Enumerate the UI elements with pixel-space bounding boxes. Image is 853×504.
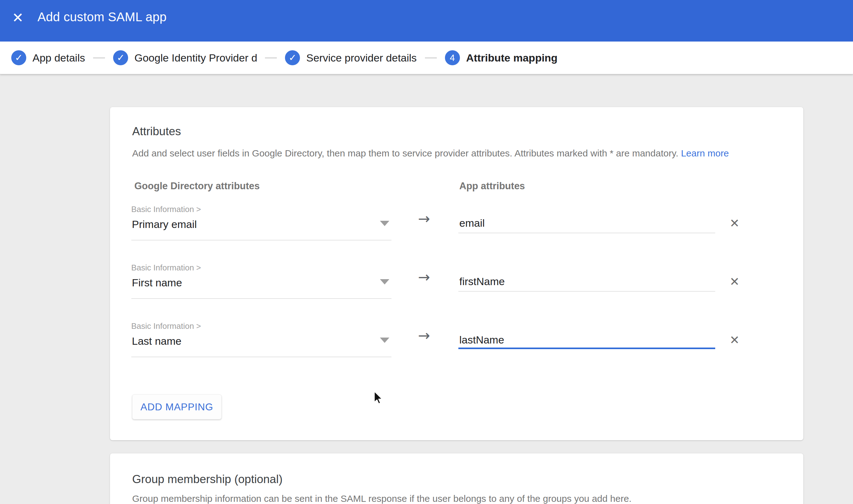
check-icon: ✓ bbox=[289, 53, 297, 62]
check-icon: ✓ bbox=[117, 53, 125, 62]
attribute-mapping-row: Basic Information > First name → firstNa… bbox=[0, 263, 853, 321]
group-membership-title: Group membership (optional) bbox=[132, 473, 282, 486]
remove-mapping-icon[interactable]: ✕ bbox=[727, 332, 742, 347]
attributes-card-title: Attributes bbox=[132, 125, 181, 138]
description-text: Add and select user fields in Google Dir… bbox=[132, 148, 678, 158]
step-separator bbox=[425, 57, 437, 58]
step-separator bbox=[265, 57, 277, 58]
arrow-right-icon: → bbox=[418, 270, 430, 284]
directory-attribute-select-value: First name bbox=[132, 277, 182, 289]
remove-mapping-icon[interactable]: ✕ bbox=[727, 274, 742, 289]
app-attributes-header: App attributes bbox=[459, 180, 525, 192]
dialog-title: Add custom SAML app bbox=[37, 10, 167, 24]
arrow-right-icon: → bbox=[418, 211, 430, 226]
add-mapping-button[interactable]: ADD MAPPING bbox=[132, 394, 222, 419]
chevron-down-icon[interactable] bbox=[380, 221, 389, 226]
step-separator bbox=[93, 57, 105, 58]
arrow-right-icon: → bbox=[418, 328, 430, 343]
directory-attribute-select-value: Last name bbox=[132, 335, 181, 347]
app-attribute-input-underline bbox=[458, 233, 715, 233]
wizard-step-2[interactable]: ✓ Google Identity Provider details bbox=[113, 50, 257, 65]
step-label: Google Identity Provider details bbox=[134, 52, 257, 64]
wizard-step-3[interactable]: ✓ Service provider details bbox=[285, 50, 417, 65]
check-icon: ✓ bbox=[15, 53, 22, 62]
directory-attribute-select-value: Primary email bbox=[132, 218, 197, 231]
dialog-header: ✕ Add custom SAML app bbox=[0, 0, 853, 41]
directory-attribute-select[interactable] bbox=[131, 357, 391, 357]
step-label: Service provider details bbox=[306, 52, 417, 64]
step-label: App details bbox=[33, 52, 85, 64]
directory-attribute-select[interactable] bbox=[131, 298, 391, 299]
step-label: Attribute mapping bbox=[466, 52, 558, 64]
app-attribute-input-value[interactable]: firstName bbox=[459, 275, 505, 288]
chevron-down-icon[interactable] bbox=[380, 279, 389, 285]
google-directory-attributes-header: Google Directory attributes bbox=[134, 180, 260, 192]
close-icon[interactable]: ✕ bbox=[10, 10, 25, 25]
directory-category-label: Basic Information > bbox=[131, 263, 201, 273]
step-status-circle: ✓ bbox=[285, 50, 300, 65]
attribute-mapping-row: Basic Information > Last name → lastName… bbox=[0, 321, 853, 380]
wizard-stepper: ✓ App details ✓ Google Identity Provider… bbox=[0, 41, 853, 74]
wizard-step-1[interactable]: ✓ App details bbox=[11, 50, 85, 65]
directory-attribute-select[interactable] bbox=[131, 240, 391, 240]
step-status-circle: ✓ bbox=[113, 50, 128, 65]
learn-more-link[interactable]: Learn more bbox=[681, 148, 729, 158]
app-attribute-input-underline bbox=[458, 291, 715, 292]
app-attribute-input-value[interactable]: email bbox=[459, 217, 485, 229]
attributes-card-description: Add and select user fields in Google Dir… bbox=[132, 148, 729, 159]
step-number: 4 bbox=[450, 53, 455, 62]
step-status-circle: ✓ bbox=[11, 50, 26, 65]
wizard-step-4[interactable]: 4 Attribute mapping bbox=[445, 50, 558, 65]
directory-category-label: Basic Information > bbox=[131, 321, 201, 331]
group-membership-description: Group membership information can be sent… bbox=[132, 493, 631, 504]
step-status-circle: 4 bbox=[445, 50, 460, 65]
directory-category-label: Basic Information > bbox=[131, 204, 201, 214]
remove-mapping-icon[interactable]: ✕ bbox=[727, 216, 742, 231]
app-attribute-input-underline bbox=[458, 347, 715, 349]
group-membership-card: Group membership (optional) Group member… bbox=[110, 453, 803, 504]
chevron-down-icon[interactable] bbox=[380, 338, 389, 343]
attribute-mapping-row: Basic Information > Primary email → emai… bbox=[0, 204, 853, 263]
app-attribute-input-value[interactable]: lastName bbox=[459, 334, 504, 346]
